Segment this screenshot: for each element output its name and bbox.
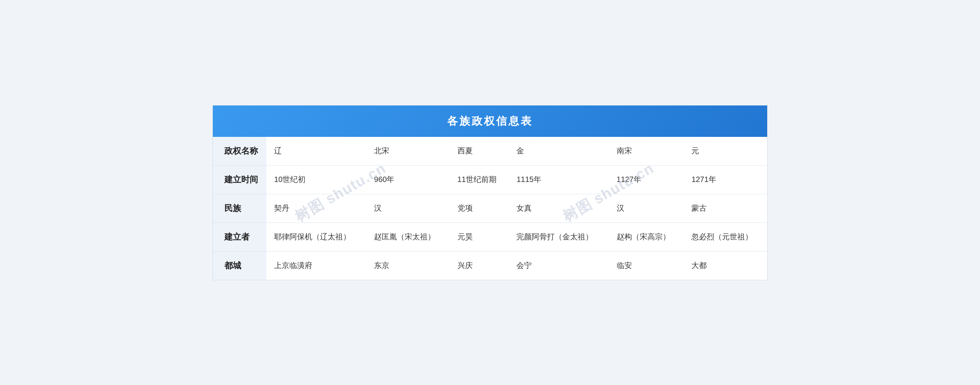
cell-liao-capital: 上京临潢府 <box>266 251 366 280</box>
cell-nansong-ethnic: 汉 <box>609 194 684 223</box>
header-established: 建立时间 <box>213 165 266 194</box>
cell-beisong-capital: 东京 <box>366 251 450 280</box>
cell-yuan-ethnic: 蒙古 <box>684 194 767 223</box>
row-ethnic: 民族 契丹 汉 党项 女真 汉 蒙古 <box>213 194 767 223</box>
cell-jin-ethnic: 女真 <box>509 194 609 223</box>
row-founder: 建立者 耶律阿保机（辽太祖） 赵匡胤（宋太祖） 元昊 完颜阿骨打（金太祖） 赵构… <box>213 223 767 251</box>
row-regime-name: 政权名称 辽 北宋 西夏 金 南宋 元 <box>213 137 767 166</box>
header-founder: 建立者 <box>213 223 266 251</box>
cell-yuan-established: 1271年 <box>684 165 767 194</box>
cell-yuan-capital: 大都 <box>684 251 767 280</box>
cell-beisong-ethnic: 汉 <box>366 194 450 223</box>
cell-jin-established: 1115年 <box>509 165 609 194</box>
cell-liao-founder: 耶律阿保机（辽太祖） <box>266 223 366 251</box>
header-regime: 政权名称 <box>213 137 266 166</box>
cell-liao-ethnic: 契丹 <box>266 194 366 223</box>
header-capital: 都城 <box>213 251 266 280</box>
cell-liao-name: 辽 <box>266 137 366 166</box>
cell-yuan-founder: 忽必烈（元世祖） <box>684 223 767 251</box>
main-table: 各族政权信息表 树图 shutu.cn 树图 shutu.cn 树图 shutu… <box>212 105 768 280</box>
cell-jin-name: 金 <box>509 137 609 166</box>
cell-yuan-name: 元 <box>684 137 767 166</box>
cell-xixia-ethnic: 党项 <box>450 194 509 223</box>
cell-nansong-capital: 临安 <box>609 251 684 280</box>
table-body: 政权名称 辽 北宋 西夏 金 南宋 元 建立时间 10世纪初 960年 11世纪… <box>213 137 767 280</box>
row-established: 建立时间 10世纪初 960年 11世纪前期 1115年 1127年 1271年 <box>213 165 767 194</box>
header-ethnic: 民族 <box>213 194 266 223</box>
cell-nansong-name: 南宋 <box>609 137 684 166</box>
row-capital: 都城 上京临潢府 东京 兴庆 会宁 临安 大都 <box>213 251 767 280</box>
cell-xixia-established: 11世纪前期 <box>450 165 509 194</box>
cell-beisong-established: 960年 <box>366 165 450 194</box>
cell-beisong-founder: 赵匡胤（宋太祖） <box>366 223 450 251</box>
cell-jin-founder: 完颜阿骨打（金太祖） <box>509 223 609 251</box>
cell-nansong-founder: 赵构（宋高宗） <box>609 223 684 251</box>
cell-liao-established: 10世纪初 <box>266 165 366 194</box>
cell-jin-capital: 会宁 <box>509 251 609 280</box>
table-title: 各族政权信息表 <box>213 106 767 137</box>
cell-beisong-name: 北宋 <box>366 137 450 166</box>
cell-nansong-established: 1127年 <box>609 165 684 194</box>
cell-xixia-founder: 元昊 <box>450 223 509 251</box>
cell-xixia-name: 西夏 <box>450 137 509 166</box>
cell-xixia-capital: 兴庆 <box>450 251 509 280</box>
